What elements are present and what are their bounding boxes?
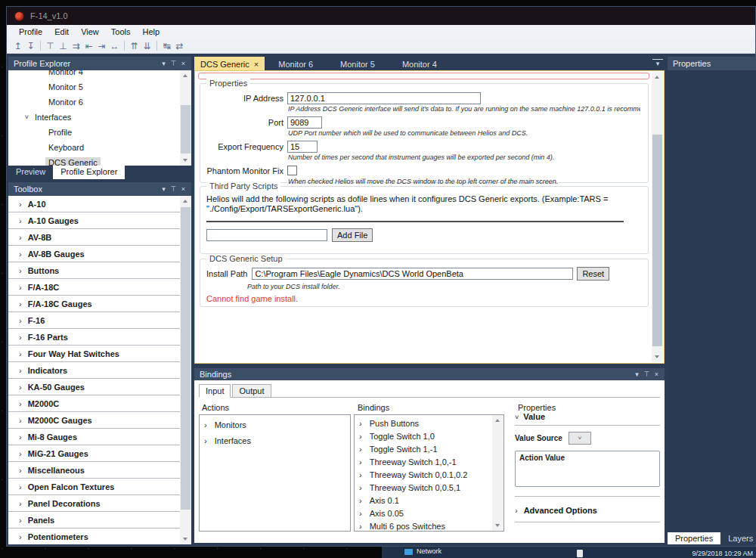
scroll-up-icon[interactable] bbox=[180, 196, 191, 206]
scrollbar-thumb[interactable] bbox=[181, 207, 191, 510]
document-tab[interactable]: DCS Generic bbox=[194, 57, 265, 70]
bindings-tab[interactable]: Output bbox=[232, 384, 271, 397]
toolbox-category[interactable]: AV-8B bbox=[8, 229, 180, 246]
document-tab[interactable]: Monitor 4 bbox=[389, 57, 451, 70]
pin-icon[interactable]: ⊤ bbox=[642, 370, 652, 378]
tree-item[interactable]: Keyboard bbox=[8, 140, 180, 155]
toolbox-category[interactable]: Open Falcon Textures bbox=[8, 479, 180, 495]
reset-button[interactable]: Reset bbox=[577, 267, 609, 281]
align-center-icon[interactable]: ↔ bbox=[108, 40, 121, 52]
value-source-dropdown[interactable]: ˅ bbox=[569, 432, 591, 445]
tree-item[interactable]: Monitor 4 bbox=[8, 70, 180, 79]
menu-item[interactable]: Edit bbox=[48, 27, 75, 36]
toolbox-category[interactable]: Panels bbox=[8, 512, 180, 529]
pin-icon[interactable]: ⊤ bbox=[169, 185, 178, 193]
toolbar-icon[interactable] bbox=[124, 41, 125, 51]
ip-address-field[interactable] bbox=[287, 92, 481, 104]
scroll-up-icon[interactable] bbox=[180, 70, 191, 81]
toolbox-category[interactable]: AV-8B Gauges bbox=[8, 246, 180, 262]
toolbox-category[interactable]: Panel Decorations bbox=[8, 495, 180, 512]
snap-up-icon[interactable]: ↥ bbox=[11, 40, 24, 52]
menu-item[interactable]: Help bbox=[137, 27, 166, 36]
pin-icon[interactable]: ⊤ bbox=[169, 60, 178, 67]
match-width-icon[interactable]: ↹ bbox=[160, 40, 173, 52]
close-tab-icon[interactable] bbox=[254, 60, 259, 69]
toolbox-category[interactable]: Miscellaneous bbox=[8, 462, 180, 479]
install-path-field[interactable] bbox=[252, 268, 573, 280]
binding-tree-item[interactable]: Axis 0.1 bbox=[355, 494, 492, 507]
binding-tree-item[interactable]: Threeway Switch 1,0,-1 bbox=[355, 455, 492, 468]
document-scrollbar[interactable] bbox=[652, 72, 663, 362]
toolbox-category[interactable]: Potentiometers bbox=[8, 529, 180, 544]
toolbox-scrollbar[interactable] bbox=[180, 196, 191, 544]
match-height-icon[interactable]: ⇄ bbox=[173, 40, 186, 52]
binding-tree-item[interactable]: Multi 6 pos Switches bbox=[355, 519, 492, 532]
tree-item[interactable]: Monitor 6 bbox=[8, 95, 180, 110]
scroll-down-icon[interactable] bbox=[492, 520, 503, 531]
scroll-down-icon[interactable] bbox=[652, 352, 663, 362]
toolbox-category[interactable]: MiG-21 Gauges bbox=[8, 445, 180, 462]
toolbox-category[interactable]: Four Way Hat Switches bbox=[8, 346, 180, 362]
document-tab[interactable]: Monitor 6 bbox=[265, 57, 327, 70]
toolbox-category[interactable]: Mi-8 Gauges bbox=[8, 429, 180, 445]
align-bottom-icon[interactable]: ⊥ bbox=[57, 40, 70, 52]
toolbox-category[interactable]: Buttons bbox=[8, 262, 180, 279]
scroll-up-icon[interactable] bbox=[492, 415, 503, 426]
script-file-input[interactable] bbox=[206, 229, 327, 241]
distribute-horizontal-icon[interactable]: ⇉ bbox=[70, 40, 82, 52]
snap-down-icon[interactable]: ↧ bbox=[24, 40, 37, 52]
actions-tree-item[interactable]: Monitors bbox=[200, 417, 339, 432]
scroll-down-icon[interactable] bbox=[180, 155, 191, 166]
toolbox-category[interactable]: F-16 bbox=[8, 312, 180, 329]
toolbox-category[interactable]: A-10 bbox=[8, 196, 180, 212]
toolbar-icon[interactable] bbox=[156, 41, 157, 51]
binding-tree-item[interactable]: Axis 0.05 bbox=[355, 507, 492, 519]
value-section-header[interactable]: Value bbox=[515, 412, 660, 421]
tab-overflow-icon[interactable]: ▾ bbox=[652, 59, 663, 67]
toolbox-category[interactable]: KA-50 Gauges bbox=[8, 379, 180, 395]
close-icon[interactable]: × bbox=[178, 60, 188, 67]
binding-tree-item[interactable]: Toggle Switch 1,0 bbox=[355, 429, 492, 442]
export-frequency-field[interactable] bbox=[287, 141, 318, 153]
binding-tree-item[interactable]: Toggle Switch 1,-1 bbox=[355, 442, 492, 455]
binding-tree-item[interactable]: Threeway Switch 0,0.5,1 bbox=[355, 481, 492, 494]
align-top-icon[interactable]: ⊤ bbox=[44, 40, 57, 52]
close-icon[interactable]: × bbox=[652, 370, 662, 378]
port-field[interactable] bbox=[287, 116, 322, 129]
toolbox-category[interactable]: M2000C Gauges bbox=[8, 412, 180, 429]
document-tab[interactable]: Monitor 5 bbox=[327, 57, 389, 70]
toolbox-category[interactable]: F/A-18C Gauges bbox=[8, 296, 180, 312]
right-panel-tab[interactable]: Layers bbox=[720, 532, 756, 544]
actions-tree-item[interactable]: Interfaces bbox=[200, 432, 339, 448]
collapse-panel-icon[interactable]: ▾ bbox=[159, 185, 169, 193]
collapse-panel-icon[interactable]: ▾ bbox=[632, 370, 642, 378]
binding-tree-item[interactable]: Push Buttons bbox=[355, 417, 492, 429]
toolbox-category[interactable]: Indicators bbox=[8, 362, 180, 379]
tree-item[interactable]: DCS Generic bbox=[8, 155, 180, 166]
scroll-up-icon[interactable] bbox=[652, 72, 663, 82]
explorer-tab[interactable]: Profile Explorer bbox=[53, 166, 125, 179]
explorer-tab[interactable]: Preview bbox=[8, 166, 53, 179]
tree-item[interactable]: Interfaces bbox=[8, 110, 180, 125]
scroll-down-icon[interactable] bbox=[180, 534, 191, 544]
bindings-tab[interactable]: Input bbox=[199, 384, 231, 398]
menu-item[interactable]: Profile bbox=[13, 27, 48, 36]
align-right-icon[interactable]: ⇥ bbox=[95, 40, 108, 52]
add-file-button[interactable]: Add File bbox=[332, 228, 373, 242]
menu-item[interactable]: Tools bbox=[105, 27, 137, 36]
toolbox-category[interactable]: A-10 Gauges bbox=[8, 212, 180, 229]
menu-item[interactable]: View bbox=[75, 27, 105, 36]
advanced-options-header[interactable]: Advanced Options bbox=[515, 503, 660, 518]
profile-tree-scrollbar[interactable] bbox=[180, 70, 191, 166]
toolbox-category[interactable]: M2000C bbox=[8, 395, 180, 412]
bindings-list-scrollbar[interactable] bbox=[492, 415, 503, 531]
tree-item[interactable]: Profile bbox=[8, 125, 180, 140]
tree-item[interactable]: Monitor 5 bbox=[8, 79, 180, 95]
scrollbar-thumb[interactable] bbox=[181, 105, 191, 153]
scrollbar-thumb[interactable] bbox=[652, 135, 662, 346]
toolbox-category[interactable]: F-16 Parts bbox=[8, 329, 180, 346]
chevron-down-icon[interactable] bbox=[22, 113, 32, 121]
space-evenly-vertical-icon[interactable]: ⇈ bbox=[128, 40, 141, 52]
binding-tree-item[interactable]: Threeway Switch 0,0.1,0.2 bbox=[355, 468, 492, 481]
phantom-monitor-fix-checkbox[interactable] bbox=[287, 166, 297, 175]
